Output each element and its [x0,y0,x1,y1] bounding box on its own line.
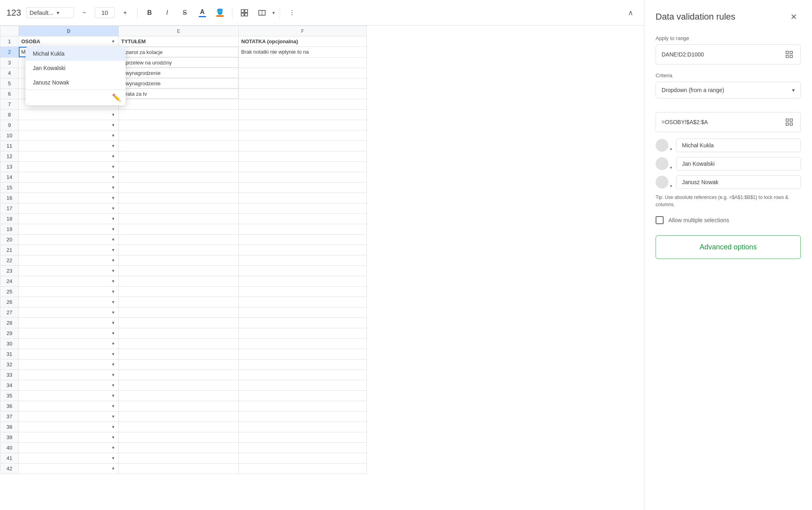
table-row: 26▼ [0,297,367,307]
table-row: 19▼ [0,224,367,235]
table-row: 38▼ [0,422,367,432]
divider-1 [137,7,138,18]
cell-e6[interactable]: rata za tv [119,88,238,99]
advanced-options-button[interactable]: Advanced options [656,235,801,259]
select-range-icon[interactable] [784,49,795,60]
table-row: 11▼ [0,141,367,151]
merge-icon [258,9,266,17]
close-panel-button[interactable]: ✕ [786,10,801,24]
cell-f2[interactable]: Brak notatki nie wpłynie to na [239,47,367,58]
cell-e4[interactable]: wynagrodzenie [119,68,238,78]
cell-f4[interactable] [239,68,367,78]
increase-font-button[interactable]: + [118,6,132,20]
color-circle-2[interactable] [656,157,668,170]
borders-icon [240,9,248,17]
cell-f5[interactable] [239,78,367,88]
table-row: 16▼ [0,193,367,203]
fill-color-button[interactable]: 🪣 [213,6,227,20]
table-row: 30▼ [0,339,367,349]
table-row: 18▼ [0,214,367,224]
color-circle-3[interactable] [656,176,668,189]
criteria-dropdown[interactable]: Dropdown (from a range) ▾ [656,82,801,98]
decrease-font-button[interactable]: − [77,6,92,20]
svg-rect-11 [790,119,792,121]
table-row: 29▼ [0,328,367,339]
svg-rect-0 [241,10,244,12]
italic-button[interactable]: I [160,6,174,20]
panel-header: Data validation rules ✕ [656,10,801,24]
cell-e3[interactable]: przelew na urodziny [119,57,238,68]
row-num-4: 4 [0,68,19,78]
col-header-f[interactable]: F [239,26,367,36]
dropdown-arrow-icon: ▼ [110,289,116,294]
dropdown-arrow-icon: ▼ [110,269,116,273]
cell-e5[interactable]: wynagrodzenie [119,78,238,88]
dropdown-arrow-icon: ▼ [110,185,116,190]
cell-e2[interactable]: zwrot za kolacje [119,47,238,57]
chip-row-1: ▾ Michał Kukla [656,139,801,152]
table-row: 28▼ [0,318,367,328]
svg-rect-13 [790,123,792,125]
dropdown-arrow-icon: ▼ [110,456,116,460]
divider-2 [232,7,232,18]
criteria-label: Criteria [656,72,801,78]
cell-e1[interactable]: TYTUŁEM [119,36,239,47]
dropdown-option-michal[interactable]: Michał Kukla [26,46,126,61]
more-options-button[interactable]: ⋮ [285,6,299,20]
collapse-toolbar-button[interactable]: ∧ [623,6,638,20]
strikethrough-button[interactable]: S [178,6,192,20]
color-chevron-1[interactable]: ▾ [670,147,672,151]
table-row: 36▼ [0,401,367,412]
color-chevron-2[interactable]: ▾ [670,165,672,170]
apply-range-input[interactable]: DANE!D2:D1000 [656,44,801,64]
cell-dropdown-popup: Michał Kukla Jan Kowalski Janusz Nowak ✏… [26,46,126,105]
dropdown-arrow-icon: ▼ [110,279,116,283]
formula-input[interactable]: =OSOBY!$A$2:$A [656,112,801,132]
svg-rect-7 [790,51,792,54]
color-chevron-3[interactable]: ▾ [670,184,672,188]
chip-label-1[interactable]: Michał Kukla [676,139,801,152]
borders-button[interactable] [237,6,252,20]
edit-icon[interactable]: ✏️ [112,93,121,102]
dropdown-option-jan[interactable]: Jan Kowalski [26,61,126,75]
table-row: 12▼ [0,151,367,162]
dropdown-arrow-icon: ▼ [110,248,116,252]
table-row: 33▼ [0,370,367,380]
cell-f6[interactable] [239,88,367,99]
number-format-label: 123 [6,8,21,18]
table-row: 27▼ [0,307,367,318]
table-row: 22▼ [0,255,367,266]
formula-select-range-icon[interactable] [784,116,795,128]
table-row: 10▼ [0,131,367,141]
fill-color-icon: 🪣 [216,8,224,17]
table-row: 31▼ [0,349,367,359]
chip-label-3[interactable]: Janusz Nowak [676,175,801,189]
font-name: Default... [30,9,54,16]
dropdown-option-janusz[interactable]: Janusz Nowak [26,75,126,90]
col-header-e[interactable]: E [119,26,239,36]
table-row: 21▼ [0,245,367,255]
text-color-button[interactable]: A [195,6,210,20]
criteria-chevron-icon: ▾ [792,87,795,93]
cell-d1[interactable]: OSOBA ▼ [19,36,119,47]
apply-range-label: Apply to range [656,35,801,41]
cell-f3[interactable] [239,57,367,68]
allow-multiple-checkbox[interactable] [656,216,664,224]
dropdown-arrow-icon: ▼ [110,300,116,304]
chip-label-2[interactable]: Jan Kowalski [676,157,801,171]
font-size-box[interactable]: 10 [95,7,115,18]
merge-chevron-icon[interactable]: ▾ [272,10,275,16]
chip-row-3: ▾ Janusz Nowak [656,175,801,189]
cell-f1[interactable]: NOTATKA (opcjonalna) [239,36,367,47]
table-row: 9▼ [0,120,367,131]
bold-button[interactable]: B [142,6,157,20]
svg-rect-9 [790,55,792,58]
merge-button[interactable] [255,6,269,20]
dropdown-arrow-icon: ▼ [110,39,116,44]
font-selector[interactable]: Default... ▾ [26,7,74,18]
col-header-d[interactable]: D [19,26,119,36]
criteria-section: Criteria Dropdown (from a range) ▾ [656,72,801,104]
table-row: 40▼ [0,443,367,453]
dropdown-arrow-icon: ▼ [110,321,116,325]
color-circle-1[interactable] [656,139,668,152]
